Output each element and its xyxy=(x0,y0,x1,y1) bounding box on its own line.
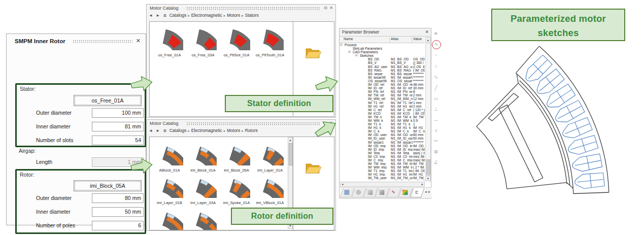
parameter-row[interactable]: IM_TM_impM1_IM_TM_impIM_TM_ xyxy=(340,162,425,165)
parameter-row[interactable]: BS_RAGM1_BS_RAG( IM_OD xyxy=(340,69,425,72)
back-icon[interactable]: ◄ xyxy=(149,128,153,133)
rotor-outer-diameter-field[interactable]: 80 mm xyxy=(92,193,144,203)
parameter-row[interactable]: ⊟Process xyxy=(340,43,425,47)
catalog-item[interactable]: imi_Layer_01A xyxy=(254,141,286,173)
catalog-item[interactable]: imi_Spoke_01A xyxy=(221,174,252,205)
parameter-row[interactable]: IM_ID_impM1_IM_ID_impmax( IM xyxy=(340,148,425,151)
breadcrumb-item[interactable]: Electromagnetic xyxy=(191,128,222,133)
parameter-row[interactable]: IM_T1_impM1_IM_T1_imp( IM_OD xyxy=(340,169,425,173)
tree-expander-icon[interactable]: ⊟ xyxy=(340,43,343,47)
scroll-up-icon[interactable]: ▲ xyxy=(288,138,292,143)
parameter-row[interactable]: IM_WM_kM1_IM_WM_k0.9 xyxy=(340,119,425,122)
tree-expander-icon[interactable]: ⊟ xyxy=(355,54,358,57)
window-menu-icon[interactable]: ⊟ xyxy=(324,6,327,11)
parameter-row[interactable]: BS_VM1_BS_V(( 360 / xyxy=(340,61,425,64)
forward-icon[interactable]: ► xyxy=(156,128,160,133)
breadcrumb-item[interactable]: Motors xyxy=(227,128,240,133)
catalog-item[interactable]: imi_Block_05A xyxy=(221,141,252,173)
close-icon[interactable]: ✕ xyxy=(425,29,429,35)
parameter-row[interactable]: IM_WM_refM1_IM_WM_ref12 mm xyxy=(340,97,425,100)
catalog-item[interactable] xyxy=(187,207,219,230)
stator-type-button[interactable]: os_Free_01A xyxy=(74,95,142,106)
catalog-item[interactable]: os_PllTooth_01A xyxy=(254,27,286,57)
parameter-row[interactable]: IM_H1_refM1_IM_H1_ref2 mm xyxy=(340,105,425,108)
parameter-row[interactable]: IM_TM_userM1_IM_TM_userIM_TM_ xyxy=(340,176,425,180)
window-titlebar[interactable]: Parameter Browser ✕ xyxy=(340,28,431,37)
scroll-up-icon[interactable]: ▲ xyxy=(425,37,431,43)
folder-icon[interactable] xyxy=(304,161,322,178)
parameter-row[interactable]: IM_TM_kM1_IM_TM_kIM_TM_ xyxy=(340,115,425,119)
tab-scroll-right-icon[interactable]: ► xyxy=(428,190,431,193)
parameter-row[interactable]: ⊟Sketches xyxy=(340,54,425,57)
forward-icon[interactable]: ► xyxy=(156,13,160,18)
window-titlebar[interactable]: Motor Catalog ⊟ ✕ xyxy=(147,5,335,12)
parameter-row[interactable]: IM_H1_kM1_IM_H1_kIM_H1_r xyxy=(340,126,425,129)
parameter-row[interactable]: IM_KCDM1_IM_KCD( IM_OD xyxy=(340,112,425,115)
catalog-item[interactable]: imi_Block_01A xyxy=(187,141,219,173)
parameter-row[interactable]: IM_H1_impM1_IM_H1_impIM_H1_i xyxy=(340,173,425,176)
parameter-row[interactable]: IM_C0_impM1_IM_C0_impmin( IM_ xyxy=(340,155,425,158)
menu-icon[interactable]: ≣ xyxy=(163,128,167,133)
parameter-row[interactable]: BS_separM1_BS_separ******** xyxy=(340,72,425,76)
scroll-right-icon[interactable]: ► xyxy=(421,183,424,186)
window-titlebar[interactable]: Motor Catalog ⊟ ✕ xyxy=(147,120,335,127)
column-value[interactable]: Value xyxy=(413,37,422,41)
parameter-row[interactable]: IM_C_kM1_IM_C_kIM_C_re xyxy=(340,129,425,133)
horizontal-scrollbar[interactable]: ◄ ► xyxy=(340,182,425,187)
titlebar-drag-handle[interactable] xyxy=(186,122,320,126)
parameter-row[interactable]: IM_TM_refM1_IM_TM_ref2 mm xyxy=(340,93,425,97)
parameter-row[interactable]: IM_OD_userM1_IM_OD_user80 mm xyxy=(340,133,425,137)
breadcrumb-item[interactable]: Stators xyxy=(245,13,259,18)
tree-expander-icon[interactable]: ⊟ xyxy=(348,50,351,54)
stator-slots-field[interactable]: 54 xyxy=(92,136,144,145)
parameter-row[interactable]: IM_WM_impM1_IM_WM_imp( 2 * IM_ xyxy=(340,165,425,169)
close-icon[interactable]: ✕ xyxy=(329,6,333,11)
catalog-item[interactable]: os_PllSlot_01A xyxy=(221,27,252,57)
rotor-inner-diameter-field[interactable]: 50 mm xyxy=(92,207,144,217)
parameter-row[interactable]: ⊟CAD Parameters xyxy=(340,50,425,54)
scroll-down-icon[interactable]: ▼ xyxy=(425,176,431,181)
parameter-row[interactable]: IM_separ99M1_IM_separ99******** xyxy=(340,76,425,79)
parameter-row[interactable]: BS_ODM1_BS_ODOS_OD_ xyxy=(340,57,425,61)
catalog-item[interactable]: ABlock_01A xyxy=(154,141,185,173)
catalog-item[interactable]: os_Free_01A xyxy=(154,27,185,57)
parameter-row[interactable]: OS_separ99M1_OS_separ99******** xyxy=(340,79,425,83)
tab-report[interactable]: E xyxy=(410,188,425,197)
catalog-item[interactable]: imi_Layer_01B xyxy=(154,174,185,205)
dialog-drag-handle[interactable] xyxy=(73,40,132,44)
breadcrumb-item[interactable]: Motors xyxy=(227,13,240,18)
catalog-item[interactable]: imi_VBlock_01A xyxy=(254,174,286,205)
rotor-type-button[interactable]: imi_Block_05A xyxy=(74,180,142,191)
motor-sketch-viewport[interactable] xyxy=(434,38,639,199)
column-name[interactable]: Name xyxy=(344,37,353,41)
catalog-item[interactable] xyxy=(154,207,185,230)
catalog-item[interactable]: imi_Layer_03A xyxy=(187,174,219,205)
column-alias[interactable]: Alias xyxy=(391,37,398,41)
scroll-left-icon[interactable]: ◄ xyxy=(341,183,344,186)
vertical-scrollbar[interactable] xyxy=(425,43,431,176)
parameter-row[interactable]: IM_ID_userM1_IM_ID_user50 mm xyxy=(340,137,425,140)
breadcrumb-item[interactable]: Electromagnetic xyxy=(191,13,222,18)
stator-inner-diameter-field[interactable]: 81 mm xyxy=(92,122,144,131)
scrollbar-thumb[interactable] xyxy=(426,159,430,175)
table-header[interactable]: Name Alias Value xyxy=(340,37,425,43)
parameter-row[interactable]: IM_C_impM1_IM_C_impmax( IM xyxy=(340,158,425,162)
catalog-item[interactable]: os_Free_03A xyxy=(187,27,219,57)
scrollbar-thumb[interactable] xyxy=(289,143,293,165)
parameter-row[interactable]: IM_T1_kM1_IM_T1_k1 xyxy=(340,122,425,126)
parameter-row[interactable]: BS_AG_userM1_BS_AG_user(( OS_E xyxy=(340,65,425,69)
rotor-poles-field[interactable]: 6 xyxy=(92,221,144,230)
tab-scroll-left-icon[interactable]: ◄ xyxy=(424,190,427,193)
parameter-row[interactable]: IM_T1_refM1_IM_T1_ref1 mm xyxy=(340,101,425,105)
stator-outer-diameter-field[interactable]: 100 mm xyxy=(92,108,144,118)
menu-icon[interactable]: ≣ xyxy=(163,13,167,18)
folder-icon[interactable] xyxy=(304,46,322,62)
parameter-row[interactable]: IM_C_refM1_IM_C_ref( 120 * p xyxy=(340,108,425,112)
parameter-row[interactable]: IM_OD_refM1_IM_OD_ref48 mm xyxy=(340,83,425,86)
parameter-row[interactable]: IM_ID_refM1_IM_ID_ref30 mm xyxy=(340,86,425,90)
parameter-row[interactable]: IM_PN_refM1_IM_PN_ref8 xyxy=(340,90,425,93)
back-icon[interactable]: ◄ xyxy=(149,13,153,18)
parameter-row[interactable]: IM_OD_impM1_IM_OD_impIM_OD_ xyxy=(340,144,425,148)
breadcrumb-item[interactable]: Catalogs xyxy=(170,128,187,133)
close-icon[interactable]: ✕ xyxy=(136,38,141,44)
